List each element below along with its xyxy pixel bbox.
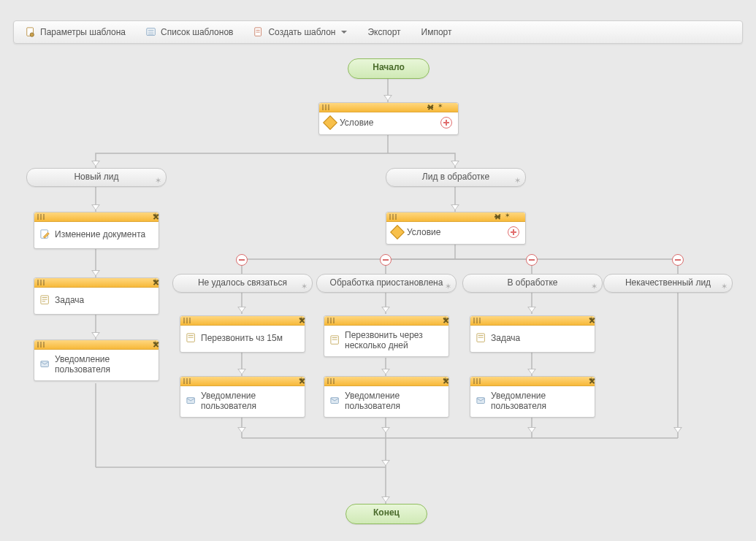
task-icon <box>40 295 50 305</box>
branch-label: Новый лид <box>74 172 118 182</box>
close-icon[interactable] <box>448 104 455 111</box>
node-header[interactable] <box>470 316 595 326</box>
arrow-icon <box>527 427 536 433</box>
notify-icon <box>330 396 340 406</box>
condition-node-2[interactable]: Условие <box>386 212 526 245</box>
node-header[interactable] <box>386 212 525 222</box>
node-header[interactable] <box>470 377 595 386</box>
arrow-icon <box>91 332 100 338</box>
remove-branch-icon[interactable] <box>526 254 538 266</box>
condition-node-1[interactable]: Условие <box>318 102 459 135</box>
callback-15m-node[interactable]: Перезвонить чз 15м <box>180 315 305 353</box>
notify-node-2[interactable]: Уведомление пользователя <box>180 376 305 418</box>
document-edit-icon <box>40 229 50 239</box>
arrow-icon <box>381 496 390 502</box>
toolbar-create-template[interactable]: Создать шаблон <box>253 27 347 37</box>
node-label: Конец <box>373 507 400 518</box>
branch-label: Обработка приостановлена <box>330 277 443 288</box>
node-header[interactable] <box>180 377 305 386</box>
node-label: Уведомление пользователя <box>491 391 589 411</box>
branch-low-quality[interactable]: Некачественный лид ✶ <box>603 274 733 293</box>
arrow-icon <box>91 270 100 276</box>
arrow-icon <box>381 460 390 466</box>
notify-icon <box>40 359 50 369</box>
toolbar-template-params[interactable]: Параметры шаблона <box>26 27 126 37</box>
gear-icon[interactable]: ✶ <box>155 172 161 188</box>
branch-paused[interactable]: Обработка приостановлена ✶ <box>316 274 457 293</box>
notify-node-1[interactable]: Уведомление пользователя <box>34 339 159 381</box>
arrow-icon <box>383 95 392 101</box>
gear-icon[interactable]: ✶ <box>301 278 308 294</box>
branch-new-lead[interactable]: Новый лид ✶ <box>26 168 167 187</box>
caret-down-icon <box>341 31 347 34</box>
node-label: Уведомление пользователя <box>55 354 153 375</box>
toolbar: Параметры шаблона Список шаблонов Создат… <box>13 20 743 44</box>
gear-icon[interactable]: ✶ <box>445 278 451 294</box>
remove-branch-icon[interactable] <box>672 254 684 266</box>
node-header[interactable] <box>319 103 458 112</box>
branch-in-progress[interactable]: Лид в обработке ✶ <box>386 168 526 187</box>
workflow-canvas[interactable]: Начало Условие Новый лид ✶ Лид в обработ… <box>13 58 744 541</box>
node-label: Уведомление пользователя <box>345 391 443 411</box>
end-node[interactable]: Конец <box>345 504 427 524</box>
branch-processing[interactable]: В обработке ✶ <box>462 274 603 293</box>
svg-point-1 <box>30 33 34 37</box>
task-icon <box>330 335 340 345</box>
task-node-1[interactable]: Задача <box>34 277 159 315</box>
gear-doc-icon <box>26 27 36 37</box>
toolbar-label: Импорт <box>421 27 452 37</box>
toolbar-import[interactable]: Импорт <box>421 27 452 37</box>
gear-icon[interactable]: ✶ <box>721 278 728 294</box>
task-node-2[interactable]: Задача <box>470 315 595 353</box>
toolbar-label: Экспорт <box>367 27 400 37</box>
start-node[interactable]: Начало <box>348 58 429 79</box>
task-icon <box>476 333 486 343</box>
add-branch-icon[interactable] <box>440 117 452 128</box>
arrow-icon <box>527 369 536 375</box>
list-icon <box>146 27 156 37</box>
arrow-icon <box>91 161 100 166</box>
gear-icon[interactable]: ✶ <box>514 172 521 188</box>
arrow-icon <box>237 369 246 375</box>
task-icon <box>186 333 196 343</box>
node-label: Условие <box>407 227 440 237</box>
arrow-icon <box>527 307 536 312</box>
remove-branch-icon[interactable] <box>236 254 248 266</box>
gear-icon[interactable] <box>438 104 445 111</box>
node-label: Задача <box>491 333 520 343</box>
change-document-node[interactable]: Изменение документа <box>34 212 159 249</box>
gear-icon[interactable] <box>505 213 512 220</box>
notify-node-3[interactable]: Уведомление пользователя <box>324 376 449 418</box>
toolbar-template-list[interactable]: Список шаблонов <box>146 27 233 37</box>
arrow-icon <box>237 427 246 433</box>
new-doc-icon <box>253 27 264 37</box>
arrow-icon <box>451 204 459 210</box>
node-header[interactable] <box>324 316 448 326</box>
node-label: Начало <box>373 62 404 72</box>
gear-icon[interactable]: ✶ <box>591 278 597 294</box>
branch-no-contact[interactable]: Не удалось связаться ✶ <box>172 274 313 293</box>
branch-label: Не удалось связаться <box>198 277 287 288</box>
node-header[interactable] <box>34 278 159 288</box>
node-header[interactable] <box>34 340 159 350</box>
close-icon[interactable] <box>515 213 522 220</box>
node-header[interactable] <box>34 212 159 222</box>
node-header[interactable] <box>180 316 305 326</box>
branch-label: В обработке <box>507 277 557 288</box>
diamond-icon <box>390 225 405 239</box>
node-label: Уведомление пользователя <box>201 391 299 411</box>
branch-label: Лид в обработке <box>422 172 489 182</box>
arrow-icon <box>451 161 459 166</box>
add-branch-icon[interactable] <box>508 226 519 238</box>
node-label: Перезвонить чз 15м <box>201 333 283 343</box>
toolbar-label: Список шаблонов <box>161 27 233 37</box>
arrow-icon <box>381 369 390 375</box>
toolbar-label: Создать шаблон <box>268 27 335 37</box>
callback-days-node[interactable]: Перезвонить через несколько дней <box>324 315 449 357</box>
remove-branch-icon[interactable] <box>380 254 392 266</box>
toolbar-export[interactable]: Экспорт <box>367 27 400 37</box>
branch-label: Некачественный лид <box>625 277 711 288</box>
node-header[interactable] <box>324 377 448 386</box>
notify-node-4[interactable]: Уведомление пользователя <box>470 376 595 418</box>
node-label: Изменение документа <box>55 229 145 239</box>
